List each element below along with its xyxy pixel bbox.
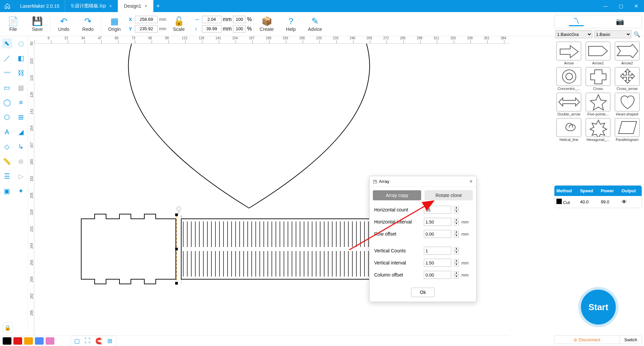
line-tool[interactable]: ／ — [2, 53, 12, 63]
redo-button[interactable]: ↷Redo — [76, 13, 100, 35]
origin-button[interactable]: ▦Origin — [103, 13, 126, 35]
help-button[interactable]: ？Help — [279, 13, 303, 35]
ellipse-tool[interactable]: ◯ — [2, 97, 12, 107]
coff-label: Column offset — [374, 272, 421, 278]
spark-tool[interactable]: ✦ — [16, 186, 26, 196]
rect-tool[interactable]: ▭ — [2, 83, 12, 93]
tab-array-copy[interactable]: Array copy — [373, 190, 421, 200]
marquee-tool[interactable]: ◌ — [16, 38, 26, 48]
dialog-close-icon[interactable]: ✕ — [469, 179, 473, 184]
search-icon[interactable]: 🔍 — [633, 31, 641, 38]
mirror-tool[interactable]: ◢ — [16, 127, 26, 137]
shape-arrow[interactable]: Arrow — [555, 42, 583, 65]
vint-spinner[interactable]: ▴▾ — [454, 259, 459, 266]
undo-button[interactable]: ↶Undo — [52, 13, 76, 35]
y-input[interactable] — [135, 25, 158, 33]
roff-input[interactable] — [424, 230, 451, 238]
start-button[interactable]: Start — [578, 287, 618, 327]
advice-button[interactable]: ✎Advice — [303, 13, 327, 35]
tab-design1[interactable]: Design1 × — [118, 0, 153, 12]
vint-input[interactable] — [424, 259, 451, 267]
select-tool[interactable]: ⬉ — [2, 38, 12, 48]
create-button[interactable]: 📦Create — [255, 13, 279, 35]
shape-arrow2[interactable]: Arrow2 — [613, 42, 641, 65]
eraser-tool[interactable]: ◇ — [2, 142, 12, 152]
boolean-tool[interactable]: ⊕ — [16, 156, 26, 166]
vcount-spinner[interactable]: ▴▾ — [454, 247, 459, 254]
distribute-tool[interactable]: ⊞ — [16, 112, 26, 122]
hcount-spinner[interactable]: ▴▾ — [454, 206, 459, 213]
main-toolbar: 📄File 💾Save ↶Undo ↷Redo ▦Origin Xmm Ymm … — [0, 12, 644, 36]
width-input[interactable] — [202, 16, 221, 23]
disconnect-button[interactable]: ⊘Disconnect — [554, 336, 620, 344]
fill-tool[interactable]: ◧ — [16, 53, 26, 63]
magnet-icon[interactable]: 🧲 — [95, 337, 103, 345]
path-tool[interactable]: ↳ — [16, 142, 26, 152]
shape-double_arrow[interactable]: Double_arrow — [555, 93, 583, 116]
shape-concentric_...[interactable]: Concentric_... — [555, 67, 583, 91]
ok-button[interactable]: Ok — [411, 288, 435, 297]
height-input[interactable] — [202, 25, 221, 33]
color-swatch[interactable] — [46, 337, 54, 345]
shape-heart-shaped[interactable]: Heart-shaped — [613, 93, 641, 116]
category-1-select[interactable]: 1.BasicGra — [555, 30, 592, 38]
visibility-icon[interactable]: 👁 — [620, 196, 642, 208]
color-swatch[interactable] — [24, 337, 33, 345]
focus-icon[interactable]: ⛶ — [85, 337, 91, 345]
shape-five-pointe...[interactable]: Five-pointe... — [585, 93, 612, 116]
hint-input[interactable] — [424, 218, 451, 226]
text-tool[interactable]: A — [2, 127, 12, 137]
add-tab-button[interactable]: + — [153, 3, 163, 10]
scale-button[interactable]: 🔓Scale — [167, 13, 191, 35]
measure-tool[interactable]: 📏 — [2, 156, 12, 166]
break-tool[interactable]: ⛓ — [16, 68, 26, 78]
layer-row[interactable]: Cut 40.0 99.0 👁 — [554, 196, 642, 208]
category-2-select[interactable]: 1.Basic — [594, 30, 631, 38]
home-icon[interactable] — [0, 0, 15, 12]
color-swatch[interactable] — [13, 337, 22, 345]
close-button[interactable]: ✕ — [629, 0, 644, 12]
maximize-button[interactable]: ▢ — [613, 0, 629, 12]
crop-tool[interactable]: ▣ — [2, 186, 12, 196]
shape-helical_line[interactable]: Helical_line — [555, 118, 583, 142]
tab-rotate-clone[interactable]: Rotate clone — [425, 190, 473, 200]
switch-button[interactable]: Switch — [620, 336, 642, 344]
library-tab-camera[interactable]: 📷 — [612, 17, 627, 26]
width-pct-input[interactable] — [233, 16, 246, 23]
horizontal-ruler: -582134476073869911212814115416718019320… — [34, 36, 509, 44]
x-input[interactable] — [135, 16, 158, 23]
hcount-input[interactable] — [424, 206, 451, 214]
curve-tool[interactable]: 〰 — [2, 68, 12, 78]
save-button[interactable]: 💾Save — [26, 13, 49, 35]
file-button[interactable]: 📄File — [1, 13, 25, 35]
shape-hexagonal_...[interactable]: Hexagonal_... — [585, 118, 612, 142]
library-tab-shapes[interactable]: 〽 — [569, 17, 584, 26]
shape-parallelogram[interactable]: Parallelogram — [613, 118, 641, 142]
shape-cross_arrow[interactable]: Cross_arrow — [613, 67, 641, 91]
polygon-tool[interactable]: ⬡ — [2, 112, 12, 122]
color-swatch[interactable] — [3, 337, 11, 345]
roff-spinner[interactable]: ▴▾ — [454, 230, 459, 238]
vcount-input[interactable] — [424, 247, 451, 255]
hint-spinner[interactable]: ▴▾ — [454, 218, 459, 226]
tab-close-icon[interactable]: × — [145, 3, 147, 9]
bottom-tools: ▢ ⛶ 🧲 ⊞ — [70, 336, 116, 346]
grid-icon[interactable]: ⊞ — [107, 337, 112, 345]
shape-cross[interactable]: Cross — [585, 67, 612, 91]
layers-tool[interactable]: ☰ — [2, 171, 12, 181]
array-dialog: ◳ Array ✕ Array copy Rotate clone Horizo… — [369, 176, 477, 302]
tab-close-icon[interactable]: × — [109, 3, 112, 9]
shape-arrow1[interactable]: Arrow1 — [585, 42, 612, 65]
width-icon: ↔ — [195, 16, 201, 22]
tab-template[interactable]: 5.设计图模板.lcp × — [65, 0, 118, 12]
align-tool[interactable]: ≡ — [16, 97, 26, 107]
bbox-icon[interactable]: ▢ — [74, 337, 80, 345]
coff-input[interactable] — [424, 271, 451, 279]
coff-spinner[interactable]: ▴▾ — [454, 271, 459, 279]
array-tool[interactable]: ▷ — [16, 171, 26, 181]
color-swatch[interactable] — [35, 337, 44, 345]
minimize-button[interactable]: — — [598, 0, 613, 12]
height-pct-input[interactable] — [233, 25, 246, 33]
group-tool[interactable]: ▦ — [16, 83, 26, 93]
lock-button[interactable]: 🔒 — [3, 323, 13, 333]
